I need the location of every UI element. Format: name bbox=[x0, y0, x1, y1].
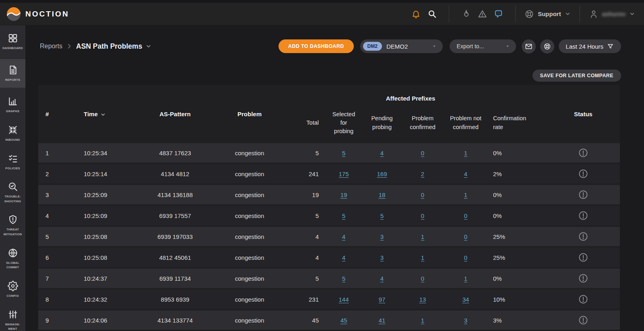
status-alert-icon[interactable] bbox=[578, 148, 588, 158]
status-alert-icon[interactable] bbox=[578, 211, 588, 220]
prefix-count-link[interactable]: 19 bbox=[341, 191, 347, 198]
sidebar-item-reports[interactable]: REPORTS bbox=[0, 59, 25, 88]
cell-as-pattern: 6939 11734 bbox=[137, 275, 213, 282]
lifebuoy-icon bbox=[524, 9, 534, 19]
prefix-count-link[interactable]: 5 bbox=[342, 150, 345, 156]
prefix-count-link[interactable]: 169 bbox=[377, 171, 387, 177]
prefix-count-link[interactable]: 4 bbox=[380, 150, 384, 156]
prefix-count-link[interactable]: 5 bbox=[342, 275, 345, 282]
sidebar-item-dashboard[interactable]: DASHBOARD bbox=[0, 31, 25, 53]
prefix-count-link[interactable]: 41 bbox=[379, 317, 386, 324]
user-menu[interactable]: ashurov bbox=[589, 9, 635, 19]
status-alert-icon[interactable] bbox=[578, 315, 588, 325]
add-to-dashboard-button[interactable]: ADD TO DASHBOARD bbox=[279, 39, 354, 53]
sidebar-item-config[interactable]: CONFIG bbox=[0, 278, 25, 301]
prefix-count-link[interactable]: 5 bbox=[342, 212, 345, 219]
sort-chevron-down-icon bbox=[100, 112, 106, 117]
breadcrumb-reports-link[interactable]: Reports bbox=[40, 43, 62, 50]
sidebar-item-threat-mitigation[interactable]: THREAT MITIGATION bbox=[0, 212, 25, 239]
prefix-count-link[interactable]: 34 bbox=[462, 296, 469, 303]
prefix-count-link[interactable]: 4 bbox=[342, 233, 345, 240]
prefix-count-link[interactable]: 0 bbox=[464, 254, 467, 261]
device-select[interactable]: DM2 DEMO2 bbox=[360, 39, 443, 53]
status-alert-icon[interactable] bbox=[578, 190, 588, 199]
prefix-count-link[interactable]: 5 bbox=[380, 212, 384, 219]
cell-status bbox=[535, 148, 620, 158]
status-alert-icon[interactable] bbox=[578, 253, 588, 262]
prefix-count-link[interactable]: 13 bbox=[419, 296, 426, 303]
cell-problem-not-confirmed: 1 bbox=[447, 275, 485, 282]
prefix-count-link[interactable]: 1 bbox=[421, 254, 424, 261]
sidebar-item-management[interactable]: MANAGE-MENT bbox=[0, 307, 25, 331]
cell-as-pattern: 4812 45061 bbox=[137, 254, 213, 261]
prefix-count-link[interactable]: 1 bbox=[464, 275, 467, 282]
sidebar-item-troubleshooting[interactable]: TROUBLE-SHOOTING bbox=[0, 179, 25, 206]
prefix-count-link[interactable]: 2 bbox=[421, 171, 424, 177]
cell-status bbox=[535, 273, 620, 283]
divider bbox=[515, 6, 516, 23]
prefix-count-link[interactable]: 97 bbox=[379, 296, 386, 303]
prefix-count-link[interactable]: 0 bbox=[464, 233, 467, 240]
cell-problem: congestion bbox=[213, 171, 286, 177]
prefix-count-link[interactable]: 3 bbox=[380, 254, 384, 261]
cell-status bbox=[535, 211, 620, 220]
policies-checklist-icon bbox=[8, 153, 18, 164]
prefix-count-link[interactable]: 4 bbox=[380, 275, 384, 282]
sidebar-item-global-commit[interactable]: GLOBAL COMMIT bbox=[0, 245, 25, 272]
prefix-count-link[interactable]: 0 bbox=[421, 150, 424, 156]
prefix-count-link[interactable]: 0 bbox=[464, 212, 467, 219]
cell-selected-for-probing: 5 bbox=[322, 150, 365, 156]
prefix-count-link[interactable]: 0 bbox=[421, 212, 424, 219]
report-title-dropdown[interactable]: ASN Path Problems bbox=[76, 42, 152, 51]
prefix-count-link[interactable]: 175 bbox=[339, 171, 349, 177]
notifications-bell-icon[interactable] bbox=[408, 6, 424, 22]
status-alert-icon[interactable] bbox=[578, 232, 588, 241]
cell-total: 4 bbox=[286, 233, 322, 240]
cell-time: 10:24:06 bbox=[76, 317, 137, 324]
support-menu[interactable]: Support bbox=[524, 9, 571, 19]
prefix-count-link[interactable]: 4 bbox=[342, 254, 345, 261]
cell-confirmation-rate: 0% bbox=[485, 150, 535, 156]
prefix-count-link[interactable]: 0 bbox=[421, 191, 424, 198]
status-alert-icon[interactable] bbox=[578, 169, 588, 179]
help-button[interactable] bbox=[540, 39, 554, 53]
email-report-button[interactable] bbox=[522, 39, 536, 53]
cell-pending-probing: 3 bbox=[365, 254, 398, 261]
cell-selected-for-probing: 5 bbox=[322, 275, 365, 282]
prefix-count-link[interactable]: 1 bbox=[464, 191, 467, 198]
prefix-count-link[interactable]: 3 bbox=[380, 233, 384, 240]
col-header-time-sort[interactable]: Time bbox=[76, 103, 137, 143]
prefix-count-link[interactable]: 0 bbox=[421, 275, 424, 282]
chat-icon[interactable] bbox=[490, 6, 506, 22]
alerts-warning-icon[interactable] bbox=[474, 6, 490, 22]
cell-problem-not-confirmed: 4 bbox=[447, 171, 485, 177]
sidebar-item-policies[interactable]: POLICIES bbox=[0, 151, 25, 173]
prefix-count-link[interactable]: 45 bbox=[341, 317, 347, 324]
search-icon[interactable] bbox=[424, 6, 440, 22]
cell-num: 2 bbox=[38, 171, 76, 177]
status-alert-icon[interactable] bbox=[578, 294, 588, 304]
export-select[interactable]: Export to... bbox=[450, 39, 516, 53]
prefix-count-link[interactable]: 18 bbox=[379, 191, 386, 198]
prefix-count-link[interactable]: 1 bbox=[464, 150, 467, 156]
prefix-count-link[interactable]: 144 bbox=[339, 296, 349, 303]
sidebar-item-graphs[interactable]: GRAPHS bbox=[0, 94, 25, 116]
cell-selected-for-probing: 4 bbox=[322, 254, 365, 261]
save-for-later-compare-button[interactable]: SAVE FOR LATER COMPARE bbox=[533, 70, 621, 82]
cell-num: 3 bbox=[38, 191, 76, 198]
time-filter-button[interactable]: Last 24 Hours bbox=[559, 39, 621, 53]
cell-problem-not-confirmed: 0 bbox=[447, 233, 485, 240]
prefix-count-link[interactable]: 4 bbox=[464, 171, 467, 177]
status-alert-icon[interactable] bbox=[578, 273, 588, 283]
brand[interactable]: NOCTION bbox=[6, 7, 69, 21]
cell-time: 10:25:08 bbox=[76, 233, 137, 240]
cell-num: 4 bbox=[38, 212, 76, 219]
prefix-count-link[interactable]: 1 bbox=[421, 317, 424, 324]
prefix-count-link[interactable]: 3 bbox=[464, 317, 467, 324]
save-row: SAVE FOR LATER COMPARE bbox=[25, 70, 621, 82]
sidebar-item-inbound[interactable]: INBOUND bbox=[0, 122, 25, 145]
user-icon bbox=[589, 9, 599, 19]
cell-pending-probing: 4 bbox=[365, 150, 398, 156]
flame-icon[interactable] bbox=[458, 6, 474, 22]
prefix-count-link[interactable]: 1 bbox=[421, 233, 424, 240]
